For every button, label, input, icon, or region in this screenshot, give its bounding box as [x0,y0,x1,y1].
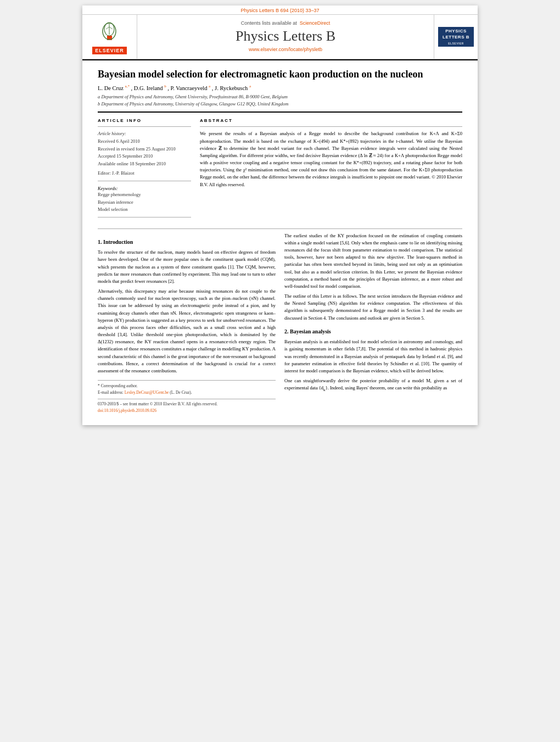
available-date: Available online 18 September 2010 [98,160,191,168]
elsevier-logo-area: ELSEVIER [82,15,137,59]
author-sup-a3: a [249,84,251,88]
affiliations: a Department of Physics and Astronomy, G… [98,93,462,108]
abstract-col: ABSTRACT We present the results of a Bay… [200,118,462,220]
keyword-2: Bayesian inference [98,199,191,207]
keyword-1: Regge phenomenology [98,191,191,199]
journal-top-bar: Physics Letters B 694 (2010) 33–37 [82,5,478,14]
author-sup-b: b [164,84,166,88]
journal-url[interactable]: www.elsevier.com/locate/physletb [137,47,434,52]
section1-col2-para1: The earliest studies of the KY productio… [284,232,462,290]
body-columns: 1. Introduction To resolve the structure… [98,232,462,414]
journal-center: Contents lists available at ScienceDirec… [137,15,434,59]
keywords-list: Regge phenomenology Bayesian inference M… [98,191,191,214]
info-abstract-section: ARTICLE INFO Article history: Received 6… [98,118,462,220]
email-link[interactable]: Lesley.DeCruz@UGent.be [125,390,169,395]
contents-line: Contents lists available at ScienceDirec… [137,20,434,26]
copyright-line: 0370-2693/$ – see front matter © 2010 El… [98,399,276,414]
page: Physics Letters B 694 (2010) 33–37 ELSE [82,5,478,425]
editor-line: Editor: J.-P. Blaizot [98,170,191,177]
author-text3: , J. Ryckebusch [212,85,249,91]
received-revised-date: Received in revised form 25 August 2010 [98,146,191,153]
journal-title: Physics Letters B [137,28,434,44]
footnote-email: E-mail address: Lesley.DeCruz@UGent.be (… [98,389,276,396]
footnote-section: * Corresponding author. E-mail address: … [98,380,276,414]
section1-heading: 1. Introduction [98,238,276,247]
thick-divider [98,111,462,113]
keywords-section: Keywords: Regge phenomenology Bayesian i… [98,186,191,214]
abstract-text: We present the results of a Bayesian ana… [200,130,462,188]
article-info-label: ARTICLE INFO [98,118,191,123]
elsevier-label: ELSEVIER [92,47,127,54]
section2-heading: 2. Bayesian analysis [284,327,462,336]
abstract-divider [200,126,462,127]
body-col-right: The earliest studies of the KY productio… [284,232,462,414]
body-top-divider [98,228,462,229]
keyword-3: Model selection [98,206,191,214]
received-date: Received 6 April 2010 [98,138,191,146]
author-sup-a: a,* [125,84,130,88]
article-info-col: ARTICLE INFO Article history: Received 6… [98,118,191,220]
badge-sub: ELSEVIER [440,42,472,45]
journal-banner: ELSEVIER Contents lists available at Sci… [82,14,478,59]
sciencedirect-link[interactable]: ScienceDirect [300,20,331,26]
article-title: Bayesian model selection for electromagn… [98,68,462,81]
email-label: E-mail address: [98,390,125,395]
history-label: Article history: [98,130,191,138]
section1-para1: To resolve the structure of the nucleon,… [98,249,276,285]
section1-col2-para2: The outline of this Letter is as follows… [284,293,462,322]
svg-line-5 [109,27,113,29]
journal-header: Physics Letters B 694 (2010) 33–37 ELSE [82,5,478,60]
author-sup-a2: a [209,84,210,88]
svg-line-4 [106,27,109,29]
volume-info: Physics Letters B 694 (2010) 33–37 [240,8,319,13]
info-divider [98,126,191,127]
journal-badge-area: PHYSICS LETTERS B ELSEVIER [434,15,478,59]
author-sep: , D.G. Ireland [131,85,165,91]
keywords-divider [98,181,191,181]
doi-line2: doi:10.1016/j.physletb.2010.09.026 [98,408,276,414]
affiliation-b: b Department of Physics and Astronomy, U… [98,101,462,108]
elsevier-tree-logo [97,19,122,45]
section2-para2: One can straightforwardly derive the pos… [284,377,462,393]
author-text: L. De Cruz [98,85,125,91]
keywords-bottom-divider [98,217,191,217]
article-history: Article history: Received 6 April 2010 R… [98,130,191,177]
authors-line: L. De Cruz a,* , D.G. Ireland b , P. Van… [98,84,462,91]
accepted-date: Accepted 15 September 2010 [98,153,191,160]
doi-link[interactable]: doi:10.1016/j.physletb.2010.09.026 [98,408,156,413]
affiliation-a: a Department of Physics and Astronomy, G… [98,93,462,101]
badge-title: PHYSICS LETTERS B [440,29,472,40]
journal-badge: PHYSICS LETTERS B ELSEVIER [438,27,474,47]
author-text2: , P. Vancraeyveld [167,85,209,91]
footnote-corresponding: * Corresponding author. [98,383,276,389]
main-content: Bayesian model selection for electromagn… [82,60,478,425]
keywords-label: Keywords: [98,186,191,191]
body-col-left: 1. Introduction To resolve the structure… [98,232,276,414]
email-author: (L. De Cruz). [170,390,192,395]
abstract-label: ABSTRACT [200,118,462,123]
section2-para1: Bayesian analysis is an established tool… [284,338,462,375]
section1-para2: Alternatively, this discrepancy may aris… [98,288,276,375]
doi-line1: 0370-2693/$ – see front matter © 2010 El… [98,401,276,408]
